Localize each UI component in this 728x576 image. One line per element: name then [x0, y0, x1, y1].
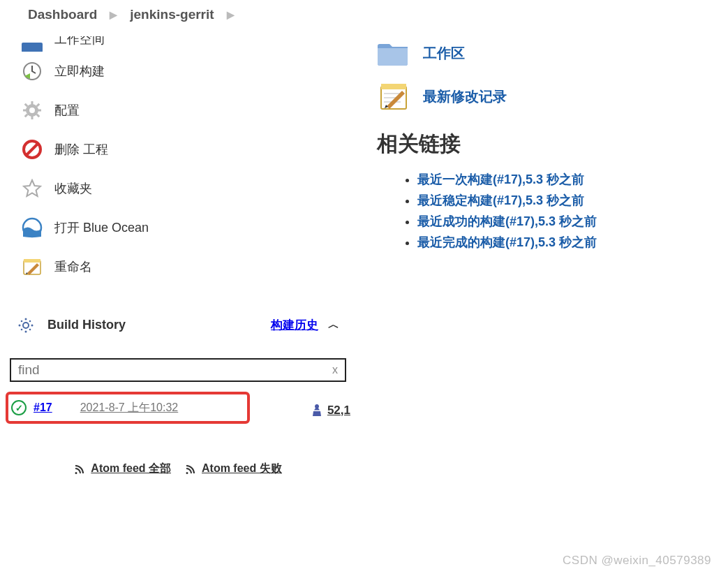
- related-link[interactable]: 最近成功的构建(#17),5.3 秒之前: [417, 214, 597, 228]
- sidebar-item-delete[interactable]: 删除 工程: [0, 130, 356, 169]
- sidebar-item-label: 工作空间: [54, 36, 105, 47]
- sidebar-item-label: 收藏夹: [54, 180, 92, 197]
- workspace-link-row: 工作区: [377, 36, 728, 70]
- svg-line-13: [27, 144, 38, 155]
- chevron-right-icon: ▶: [110, 9, 117, 20]
- build-score-wrap: 52,1: [311, 403, 350, 418]
- rss-icon: [74, 464, 85, 475]
- svg-rect-27: [381, 84, 406, 89]
- chevron-up-icon[interactable]: ︿: [328, 318, 339, 332]
- sidebar-item-label: 删除 工程: [54, 141, 108, 158]
- svg-rect-0: [22, 43, 43, 52]
- main-content: 工作区 最新修改记录 相关链接 最近一次构建(#17),5.3 秒之前 最近稳定…: [356, 36, 728, 489]
- folder-icon: [377, 36, 410, 70]
- build-history-title: Build History: [47, 318, 271, 332]
- svg-point-20: [19, 324, 21, 326]
- chevron-right-icon: ▶: [227, 9, 235, 20]
- notepad-icon: [21, 256, 43, 278]
- svg-point-21: [31, 324, 34, 326]
- build-date[interactable]: 2021-8-7 上午10:32: [80, 401, 179, 415]
- sidebar-item-label: 立即构建: [54, 63, 105, 80]
- sidebar-item-label: 打开 Blue Ocean: [54, 219, 149, 236]
- breadcrumb: Dashboard ▶ jenkins-gerrit ▶: [0, 0, 728, 36]
- related-title: 相关链接: [377, 130, 728, 158]
- chess-icon: [311, 403, 323, 418]
- svg-rect-4: [31, 101, 34, 105]
- atom-feed-all[interactable]: Atom feed 全部: [74, 461, 171, 476]
- build-row[interactable]: ✓ #17 2021-8-7 上午10:32: [6, 392, 250, 424]
- sidebar-item-label: 重命名: [54, 258, 92, 275]
- svg-point-23: [29, 320, 31, 322]
- feed-label: Atom feed 全部: [91, 461, 171, 476]
- sidebar-item-favorite[interactable]: 收藏夹: [0, 169, 356, 208]
- build-history-header: Build History 构建历史 ︿: [0, 307, 356, 343]
- sidebar-item-configure[interactable]: 配置: [0, 91, 356, 130]
- trend-link[interactable]: 构建历史: [271, 317, 318, 333]
- history-icon: [17, 318, 35, 333]
- breadcrumb-home[interactable]: Dashboard: [28, 7, 97, 22]
- related-link[interactable]: 最近一次构建(#17),5.3 秒之前: [417, 172, 584, 186]
- delete-icon: [21, 138, 43, 161]
- workspace-link[interactable]: 工作区: [423, 44, 465, 63]
- changes-link-row: 最新修改记录: [377, 80, 728, 113]
- svg-point-24: [21, 328, 23, 330]
- changes-link[interactable]: 最新修改记录: [423, 87, 507, 106]
- sidebar-item-build-now[interactable]: 立即构建: [0, 52, 356, 91]
- svg-point-25: [29, 328, 31, 330]
- sidebar-item-rename[interactable]: 重命名: [0, 247, 356, 286]
- svg-rect-6: [23, 110, 27, 112]
- sidebar-item-label: 配置: [54, 102, 80, 119]
- rss-icon: [185, 464, 196, 475]
- svg-rect-7: [38, 110, 41, 112]
- success-icon: ✓: [11, 400, 27, 415]
- blueocean-icon: [21, 216, 43, 239]
- related-link[interactable]: 最近稳定构建(#17),5.3 秒之前: [417, 193, 584, 207]
- gear-icon: [21, 99, 43, 121]
- svg-point-22: [21, 320, 23, 322]
- svg-point-17: [23, 323, 29, 328]
- svg-point-19: [25, 330, 27, 332]
- related-link[interactable]: 最近完成的构建(#17),5.3 秒之前: [417, 235, 597, 249]
- notepad-pencil-icon: [377, 80, 410, 113]
- breadcrumb-project[interactable]: jenkins-gerrit: [130, 7, 214, 22]
- watermark: CSDN @weixin_40579389: [563, 554, 711, 568]
- clear-icon[interactable]: x: [332, 364, 338, 376]
- svg-rect-16: [24, 259, 40, 263]
- feed-label: Atom feed 失败: [202, 461, 282, 476]
- clock-play-icon: [21, 60, 43, 82]
- find-input[interactable]: [18, 362, 332, 378]
- svg-rect-5: [31, 116, 34, 119]
- sidebar-item-blueocean[interactable]: 打开 Blue Ocean: [0, 208, 356, 247]
- svg-point-18: [25, 318, 27, 320]
- build-score[interactable]: 52,1: [327, 404, 350, 418]
- sidebar-item-workspace[interactable]: 工作空间: [0, 36, 356, 52]
- build-number[interactable]: #17: [34, 401, 52, 414]
- feeds: Atom feed 全部 Atom feed 失败: [0, 449, 356, 489]
- terminal-icon: [21, 36, 43, 52]
- svg-point-3: [29, 108, 35, 113]
- sidebar: 工作空间 立即构建 配置 删除 工程 收藏夹: [0, 36, 356, 489]
- atom-feed-failed[interactable]: Atom feed 失败: [185, 461, 282, 476]
- related-list: 最近一次构建(#17),5.3 秒之前 最近稳定构建(#17),5.3 秒之前 …: [377, 171, 728, 251]
- star-icon: [21, 177, 43, 200]
- find-box: x: [10, 358, 346, 382]
